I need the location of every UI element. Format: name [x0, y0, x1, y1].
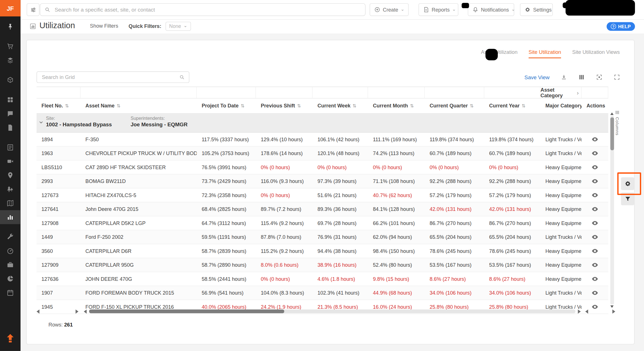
site-group-row[interactable]: Site: 1002 - Hampstead Bypass Superinten… [37, 114, 608, 133]
cell-utilization: 40.7% (62 hours) [368, 192, 425, 198]
fit-screen-icon[interactable] [596, 74, 603, 80]
sidebar-item-calendar[interactable] [0, 286, 21, 300]
tune-filters-button[interactable] [27, 3, 39, 16]
sidebar-item-dashboard[interactable] [0, 93, 21, 107]
sidebar-item-cube[interactable] [0, 73, 21, 87]
column-header-previous-shift[interactable]: Previous Shift [256, 98, 313, 113]
grid-settings-button[interactable] [621, 177, 634, 190]
column-header-current-year[interactable]: Current Year [484, 98, 540, 113]
view-asset-icon[interactable] [592, 220, 599, 227]
save-view-link[interactable]: Save View [524, 74, 550, 80]
table-row[interactable]: 127673HITACHI ZX470LCS-572.3% (2358 hour… [37, 188, 608, 202]
user-avatar[interactable]: JF [0, 0, 21, 16]
view-asset-icon[interactable] [592, 164, 599, 171]
column-group-row: Asset Category [37, 87, 608, 98]
create-button[interactable]: Create [370, 3, 408, 16]
table-row[interactable]: 127909CATERPILLAR 950G58.7% (2890 hours)… [37, 258, 608, 272]
vertical-scroll-thumb[interactable] [610, 117, 614, 150]
table-row[interactable]: 127636JOHN DEERE 470G58.5% (2441 hours)0… [37, 272, 608, 286]
scroll-right-arrow[interactable] [76, 310, 78, 314]
tab-site-utilization[interactable]: Site Utilization [529, 49, 561, 58]
table-row[interactable]: 1894F-350117.5% (3337 hours)129.4% (10 h… [37, 133, 608, 147]
view-asset-icon[interactable] [592, 150, 599, 157]
help-button[interactable]: HELP [607, 22, 635, 31]
asset-category-group-header[interactable]: Asset Category [540, 87, 582, 99]
download-icon[interactable] [561, 74, 567, 80]
view-asset-icon[interactable] [592, 233, 599, 240]
scroll-right-arrow[interactable] [578, 310, 581, 314]
cell-utilization: 86.7% (270 hours) [484, 220, 540, 226]
show-filters-button[interactable]: Show Filters [87, 23, 121, 29]
settings-button[interactable]: Settings [520, 3, 553, 16]
view-asset-icon[interactable] [592, 261, 599, 268]
column-header-asset-name[interactable]: Asset Name [80, 98, 197, 113]
cell-utilization: 116.0% (9.3 hours) [256, 178, 313, 184]
sidebar-item-location[interactable] [0, 168, 21, 182]
columns-panel-toggle[interactable]: Columns [615, 110, 620, 135]
scroll-right-arrow[interactable] [612, 310, 615, 314]
view-asset-icon[interactable] [592, 206, 599, 213]
table-row[interactable]: 127908CATERPILLAR D5K2 LGP64.7% (3112 ho… [37, 216, 608, 230]
horizontal-scroll-thumb[interactable] [89, 310, 284, 313]
reports-button[interactable]: Reports [419, 3, 458, 16]
view-asset-icon[interactable] [592, 178, 599, 185]
sidebar-item-packages[interactable] [0, 53, 21, 67]
table-row[interactable]: LBS5110CAT 289D HF TRACK SKIDSTEER76.5% … [37, 160, 608, 175]
group-cell [197, 87, 256, 99]
sidebar-item-video[interactable] [0, 154, 21, 168]
sidebar-item-document[interactable] [0, 121, 21, 135]
vertical-scroll-track[interactable] [610, 116, 614, 305]
column-header-major-category[interactable]: Major Category [540, 98, 582, 113]
sidebar-item-chat[interactable] [0, 107, 21, 121]
notifications-button[interactable]: Notifications [468, 3, 514, 16]
horizontal-scroll-track[interactable] [89, 310, 575, 313]
view-asset-icon[interactable] [592, 289, 599, 296]
sidebar-item-chart[interactable] [0, 210, 21, 224]
redaction-tabs-left [485, 49, 498, 60]
column-header-current-quarter[interactable]: Current Quarter [425, 98, 484, 113]
cell-utilization: 44.9% (68 hours) [368, 290, 425, 296]
table-row[interactable]: 2993BOMAG BW211D73.7% (2429 hours)116.0%… [37, 175, 608, 189]
sidebar-item-trees[interactable] [0, 182, 21, 196]
sidebar-item-pie-chart[interactable] [0, 272, 21, 286]
column-header-current-week[interactable]: Current Week [313, 98, 368, 113]
grid-filter-button[interactable] [621, 193, 634, 205]
cell-major-category: Light Trucks / Vehi [540, 234, 582, 240]
quick-filters-dropdown[interactable]: None [166, 22, 191, 31]
gear-icon [524, 6, 531, 13]
global-search-input[interactable] [54, 6, 361, 13]
chevron-down-icon[interactable] [38, 120, 44, 127]
fullscreen-icon[interactable] [614, 74, 620, 80]
sidebar-item-briefcase[interactable] [0, 258, 21, 272]
sidebar-item-cart[interactable] [0, 39, 21, 54]
columns-icon[interactable] [578, 74, 585, 80]
table-row[interactable]: 1907FORD FOREMAN BODY TRUCK 201556.9% (5… [37, 286, 608, 300]
table-row[interactable]: 127641John Deere 470G 201568.4% (2825 ho… [37, 202, 608, 217]
view-asset-icon[interactable] [592, 192, 599, 199]
scroll-left-arrow[interactable] [585, 310, 588, 314]
column-header-fleet-no[interactable]: Fleet No. [37, 98, 81, 113]
cell-asset-name: CATERPILLAR D5K2 LGP [80, 220, 197, 226]
view-asset-icon[interactable] [592, 275, 599, 282]
cell-fleet-no: 1963 [37, 151, 81, 156]
column-header-project-to-date[interactable]: Project To Date [197, 98, 256, 113]
column-header-current-month[interactable]: Current Month [368, 98, 425, 113]
sidebar-item-map[interactable] [0, 196, 21, 210]
table-row[interactable]: 1449Ford F-250 200259.5% (1191 hours)87.… [37, 230, 608, 244]
view-asset-icon[interactable] [592, 136, 599, 143]
sidebar-item-form[interactable] [0, 140, 21, 154]
view-asset-icon[interactable] [592, 248, 599, 255]
table-row[interactable]: 1963CHEVROLET PICKUP TRUCK W / UTILITY B… [37, 147, 608, 161]
table-row[interactable]: 3560CATERPILLAR D6R58.7% (2839 hours)115… [37, 244, 608, 258]
vertical-scrollbar[interactable] [610, 112, 614, 308]
scroll-left-arrow[interactable] [37, 310, 39, 314]
sidebar-item-pin[interactable] [0, 20, 21, 34]
sidebar-item-wrench[interactable] [0, 230, 21, 244]
scroll-left-arrow[interactable] [84, 310, 87, 314]
brand-logo-icon[interactable] [5, 333, 16, 345]
grid-search-input[interactable] [41, 74, 179, 80]
scroll-down-arrow[interactable] [610, 305, 614, 308]
scroll-up-arrow[interactable] [610, 112, 614, 115]
tab-site-utilization-views[interactable]: Site Utilization Views [572, 49, 620, 58]
sidebar-item-gauge[interactable] [0, 244, 21, 258]
